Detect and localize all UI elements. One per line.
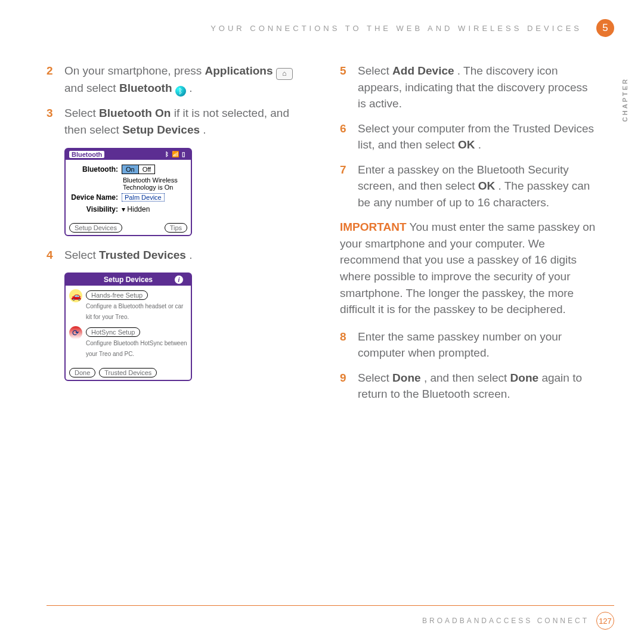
bold: Bluetooth xyxy=(119,82,172,94)
device-name-label: Device Name: xyxy=(70,193,118,202)
bold: Setup Devices xyxy=(122,123,200,136)
step-3: 3 Select Bluetooth On if it is not selec… xyxy=(47,105,304,138)
bold: Done xyxy=(392,371,421,384)
important-label: IMPORTANT xyxy=(340,221,407,233)
bold: Trusted Devices xyxy=(99,249,186,261)
visibility-label: Visibility: xyxy=(70,205,118,213)
chapter-side-label: CHAPTER xyxy=(621,78,628,122)
text: . xyxy=(203,123,206,136)
step-2: 2 On your smartphone, press Applications… xyxy=(47,63,304,97)
text: Select xyxy=(358,371,392,384)
step-number: 3 xyxy=(47,105,56,138)
important-text: You must enter the same passkey on your … xyxy=(340,221,595,315)
hotsync-icon: ⟳ xyxy=(69,326,82,339)
bluetooth-screen: Bluetooth ᛒ 📶 ▯ Bluetooth: On Off xyxy=(64,148,192,236)
bold: Applications xyxy=(205,64,273,77)
hotsync-sub: Configure Bluetooth HotSync between your… xyxy=(86,340,187,357)
handsfree-sub: Configure a Bluetooth headset or car kit… xyxy=(86,303,183,320)
bold: OK xyxy=(458,138,475,151)
tips-button[interactable]: Tips xyxy=(165,223,187,233)
screen-title: Setup Devices xyxy=(104,275,153,284)
toggle-on[interactable]: On xyxy=(122,165,139,174)
step-9: 9 Select Done , and then select Done aga… xyxy=(340,370,597,402)
text: Enter the same passkey number on your co… xyxy=(358,329,597,361)
setup-devices-button[interactable]: Setup Devices xyxy=(69,223,122,233)
text: . xyxy=(189,249,192,261)
step-8: 8 Enter the same passkey number on your … xyxy=(340,329,597,361)
page-number: 127 xyxy=(596,612,614,630)
step-7: 7 Enter a passkey on the Bluetooth Secur… xyxy=(340,162,597,211)
battery-icon: ▯ xyxy=(180,151,187,158)
step-number: 5 xyxy=(340,63,349,112)
text: Select your computer from the Trusted De… xyxy=(358,122,594,151)
chapter-badge: 5 xyxy=(596,19,614,37)
handsfree-setup-button[interactable]: Hands-free Setup xyxy=(86,290,148,300)
setup-devices-screen: Setup Devices i 🚗 Hands-free Setup Confi… xyxy=(64,273,192,381)
step-number: 2 xyxy=(47,63,56,97)
step-number: 6 xyxy=(340,120,349,153)
bold: OK xyxy=(478,179,496,192)
step-number: 4 xyxy=(47,247,56,264)
step-number: 9 xyxy=(340,370,349,402)
text: . xyxy=(189,82,192,94)
signal-icon: 📶 xyxy=(172,151,179,158)
trusted-devices-button[interactable]: Trusted Devices xyxy=(99,368,157,377)
running-header: YOUR CONNECTIONS TO THE WEB AND WIRELESS… xyxy=(47,24,597,33)
text: Select xyxy=(64,107,99,119)
device-name-field[interactable]: Palm Device xyxy=(122,193,165,202)
important-note: IMPORTANT You must enter the same passke… xyxy=(340,219,597,317)
page-footer: BROADBANDACCESS CONNECT 127 xyxy=(47,605,614,630)
info-icon[interactable]: i xyxy=(174,275,184,284)
bluetooth-icon: ᛒ xyxy=(175,86,186,97)
text: . xyxy=(478,138,481,151)
bt-toggle[interactable]: On Off xyxy=(122,165,155,174)
text: Select xyxy=(64,249,99,261)
text: On your smartphone, press xyxy=(64,64,205,77)
bt-status-icon: ᛒ xyxy=(163,151,171,158)
bold: Done xyxy=(510,371,539,384)
step-4: 4 Select Trusted Devices . xyxy=(47,247,304,264)
bold: Add Device xyxy=(392,64,454,77)
bold: Bluetooth On xyxy=(99,107,171,119)
handsfree-icon: 🚗 xyxy=(69,289,82,302)
step-5: 5 Select Add Device . The discovery icon… xyxy=(340,63,597,112)
text: Select xyxy=(358,64,392,77)
hotsync-setup-button[interactable]: HotSync Setup xyxy=(86,327,140,337)
step-number: 8 xyxy=(340,329,349,361)
visibility-dropdown[interactable]: Hidden xyxy=(122,205,150,213)
step-6: 6 Select your computer from the Trusted … xyxy=(340,120,597,153)
toggle-off[interactable]: Off xyxy=(139,165,154,174)
bt-label: Bluetooth: xyxy=(70,165,118,174)
bt-status-text: Bluetooth Wireless Technology is On xyxy=(123,177,186,191)
text: and select xyxy=(64,82,119,94)
done-button[interactable]: Done xyxy=(69,368,95,377)
step-number: 7 xyxy=(340,162,349,211)
screen-title: Bluetooth xyxy=(69,151,104,158)
footer-text: BROADBANDACCESS CONNECT xyxy=(422,617,589,625)
applications-icon: ⌂ xyxy=(276,68,293,80)
text: , and then select xyxy=(424,371,510,384)
